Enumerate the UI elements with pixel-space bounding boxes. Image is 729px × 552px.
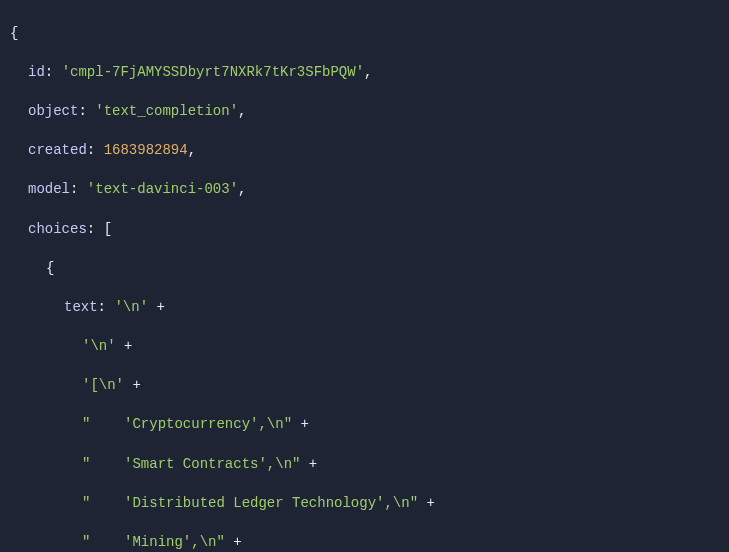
crypto-item-4: Mining xyxy=(132,534,182,550)
object-key: object xyxy=(28,103,78,119)
crypto-item-2: Smart Contracts xyxy=(132,456,258,472)
model-key: model xyxy=(28,181,70,197)
id-key: id xyxy=(28,64,45,80)
open-brace: { xyxy=(10,25,18,41)
model-value: 'text-davinci-003' xyxy=(87,181,238,197)
text-key: text xyxy=(64,299,98,315)
created-key: created xyxy=(28,142,87,158)
object-value: 'text_completion' xyxy=(95,103,238,119)
id-value: 'cmpl-7FjAMYSSDbyrt7NXRk7tKr3SFbPQW' xyxy=(62,64,364,80)
code-output: { id: 'cmpl-7FjAMYSSDbyrt7NXRk7tKr3SFbPQ… xyxy=(0,4,729,552)
crypto-item-3: Distributed Ledger Technology xyxy=(132,495,376,511)
created-value: 1683982894 xyxy=(104,142,188,158)
crypto-item-1: Cryptocurrency xyxy=(132,416,250,432)
choices-key: choices xyxy=(28,221,87,237)
